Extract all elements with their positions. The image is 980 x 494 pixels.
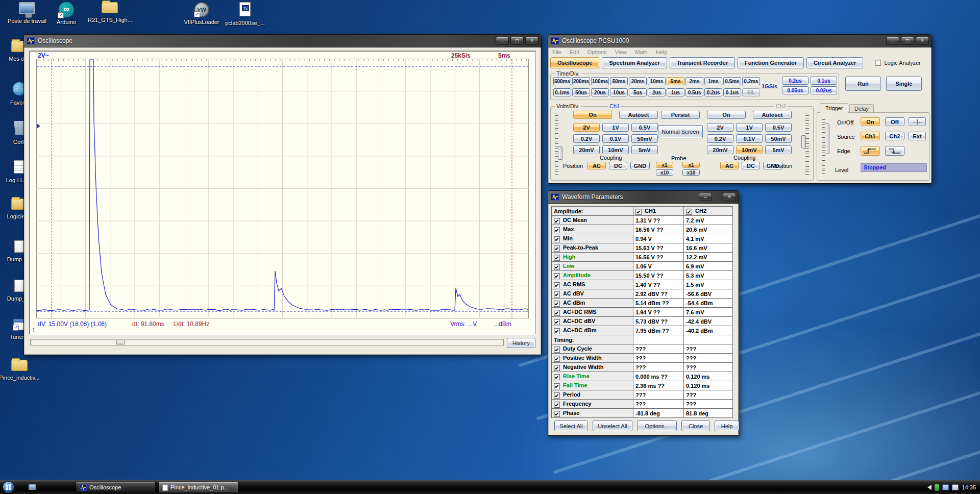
logic-analyzer-option[interactable]: Logic Analyzer (875, 60, 921, 66)
scrollbar-thumb[interactable] (116, 340, 125, 344)
ch2-volts-0-1v-button[interactable]: 0.1V (736, 134, 763, 143)
timediv-10ms-button[interactable]: 10ms (648, 77, 666, 85)
tab-spectrum-analyzer[interactable]: Spectrum Analyzer (602, 57, 667, 68)
ch1-position-handle[interactable] (558, 146, 562, 160)
ch1-column-checkbox[interactable]: ✔ (635, 209, 642, 215)
volume-icon[interactable] (927, 485, 932, 490)
param-checkbox-high[interactable]: ✔ (554, 255, 560, 261)
ch1-coupling-ac-button[interactable]: AC (587, 162, 606, 169)
close-button[interactable]: × (723, 193, 736, 201)
pcsu1000-titlebar[interactable]: Oscilloscope PCSU1000 – □ × (548, 35, 932, 47)
tab-circuit-analyzer[interactable]: Circuit Analyzer (806, 57, 863, 68)
minimize-button[interactable]: – (886, 37, 899, 45)
close-button[interactable]: × (525, 37, 538, 45)
tab-oscilloscope[interactable]: Oscilloscope (550, 57, 599, 68)
param-checkbox-ac-dc-dbv[interactable]: ✔ (554, 319, 560, 325)
param-checkbox-positive-width[interactable]: ✔ (554, 356, 560, 362)
timediv-0-2us-button[interactable]: 0.2us (782, 77, 808, 85)
timediv-0-1us-button[interactable]: 0.1us (723, 88, 741, 96)
minimize-button[interactable]: – (496, 37, 509, 45)
timediv-100ms-button[interactable]: 100ms (591, 77, 609, 85)
ch2-probe-x1-button[interactable]: x1 (682, 162, 700, 168)
ch1-autoset-button[interactable]: Autoset (619, 111, 658, 119)
ch1-volts-20mv-button[interactable]: 20mV (573, 145, 600, 154)
ch2-probe-x10-button[interactable]: x10 (682, 169, 700, 176)
ch2-volts-10mv-button[interactable]: 10mV (736, 145, 763, 154)
network-icon[interactable] (942, 484, 949, 490)
history-button[interactable]: History (507, 338, 535, 348)
unselect-all-button[interactable]: Unselect All (593, 421, 632, 431)
scope-horizontal-scrollbar[interactable] (30, 339, 504, 345)
timediv-2ms-button[interactable]: 2ms (685, 77, 703, 85)
tab-trigger[interactable]: Trigger (820, 103, 848, 113)
ch1-probe-x1-button[interactable]: x1 (656, 162, 673, 168)
timediv-500ms-button[interactable]: 500ms (553, 77, 571, 85)
param-checkbox-ac-dbv[interactable]: ✔ (554, 291, 560, 298)
maximize-button[interactable]: □ (901, 37, 914, 45)
ch2-volts-2v-button[interactable]: 2V (707, 123, 733, 132)
param-checkbox-min[interactable]: ✔ (554, 236, 560, 242)
param-checkbox-ac-rms[interactable]: ✔ (554, 282, 560, 288)
ch1-probe-x10-button[interactable]: x10 (656, 169, 673, 176)
ch1-position-slider[interactable] (555, 111, 558, 176)
param-checkbox-phase[interactable]: ✔ (554, 411, 560, 417)
ch2-coupling-dc-button[interactable]: DC (742, 162, 760, 169)
tab-transient-recorder[interactable]: Transient Recorder (670, 57, 735, 68)
ch2-volts-0-5v-button[interactable]: 0.5V (765, 123, 792, 132)
timediv-2us-button[interactable]: 2us (648, 88, 666, 96)
ch2-position-handle[interactable] (801, 135, 806, 149)
single-button[interactable]: Single (886, 77, 922, 91)
ch1-volts-0-5v-button[interactable]: 0.5V (631, 123, 658, 132)
ch1-coupling-dc-button[interactable]: DC (609, 162, 627, 169)
trigger-source-ch2-button[interactable]: Ch2 (885, 132, 904, 140)
ch1-volts-1v-button[interactable]: 1V (602, 123, 629, 132)
param-checkbox-ac-dbm[interactable]: ✔ (554, 301, 560, 307)
param-checkbox-amplitude[interactable]: ✔ (554, 273, 560, 279)
ch2-volts-50mv-button[interactable]: 50mV (765, 134, 792, 143)
param-checkbox-fall-time[interactable]: ✔ (554, 383, 560, 389)
timediv-0-5us-button[interactable]: 0.5us (685, 88, 703, 96)
timediv-0-05us-button[interactable]: 0.05us (782, 86, 808, 94)
ch2-column-checkbox[interactable]: ✔ (686, 209, 692, 215)
ch2-position-slider[interactable] (805, 111, 809, 176)
ch1-coupling-gnd-button[interactable]: GND (630, 162, 650, 169)
desktop-icon-pince-inductiv[interactable]: Pince_inductiv... (0, 360, 41, 381)
ch1-volts-50mv-button[interactable]: 50mV (631, 134, 658, 143)
param-checkbox-rise-time[interactable]: ✔ (554, 374, 560, 380)
menu-edit[interactable]: Edit (570, 49, 579, 55)
menu-file[interactable]: File (552, 49, 561, 55)
param-checkbox-negative-width[interactable]: ✔ (554, 365, 560, 371)
desktop-icon-viiplusloader[interactable]: VWVIIPlusLoader (180, 2, 224, 26)
trigger-source-ch1-button[interactable]: Ch1 (861, 132, 880, 140)
param-checkbox-ac-dc-dbm[interactable]: ✔ (554, 328, 560, 334)
ch2-autoset-button[interactable]: Autoset (753, 111, 792, 119)
timediv-200ms-button[interactable]: 200ms (572, 77, 590, 85)
maximize-button[interactable]: □ (510, 37, 524, 45)
trigger-edge-falling-button[interactable] (885, 146, 904, 156)
param-checkbox-duty-cycle[interactable]: ✔ (554, 347, 560, 353)
ch1-on-button[interactable]: On (573, 111, 612, 119)
help-button[interactable]: Help (715, 421, 739, 431)
select-all-button[interactable]: Select All (554, 421, 588, 431)
options-button[interactable]: Options... (637, 421, 677, 431)
waveform-parameters-titlebar[interactable]: Waveform Parameters – × (548, 191, 739, 204)
tab-delay[interactable]: Delay (849, 104, 874, 113)
param-checkbox-period[interactable]: ✔ (554, 392, 560, 399)
menu-help[interactable]: Help (656, 49, 668, 55)
param-checkbox-frequency[interactable]: ✔ (554, 402, 560, 408)
ch1-volts-0-2v-button[interactable]: 0.2V (573, 134, 600, 143)
timediv-0-1ms-button[interactable]: 0.1ms (553, 88, 571, 96)
status-icon[interactable] (935, 484, 939, 491)
ch2-volts-5mv-button[interactable]: 5mV (765, 145, 792, 154)
logic-analyzer-checkbox[interactable] (875, 60, 881, 66)
display-icon[interactable] (952, 484, 959, 490)
timediv-20ms-button[interactable]: 20ms (629, 77, 647, 85)
timediv-1us-button[interactable]: 1us (667, 88, 684, 96)
trigger-level-handle[interactable] (825, 124, 829, 154)
trigger-off-button[interactable]: Off (885, 117, 904, 126)
timediv-50ms-button[interactable]: 50ms (610, 77, 628, 85)
param-checkbox-peak-to-peak[interactable]: ✔ (554, 245, 560, 252)
trigger-source-ext-button[interactable]: Ext (909, 132, 926, 140)
run-button[interactable]: Run (845, 77, 881, 91)
timediv-0-02us-button[interactable]: 0.02us (811, 86, 837, 94)
